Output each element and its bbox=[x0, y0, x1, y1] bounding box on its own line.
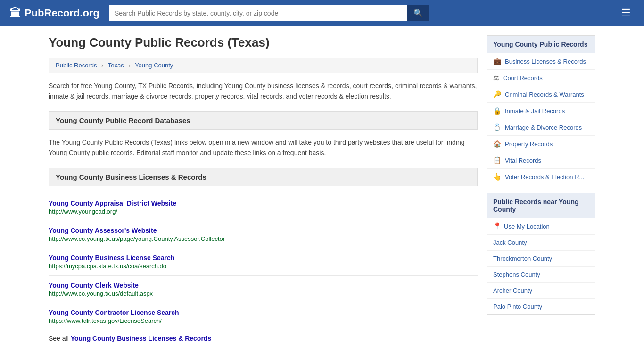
business-link-item: Young County Clerk Website http://www.co… bbox=[49, 276, 478, 303]
business-link-url: https://www.tdlr.texas.gov/LicenseSearch… bbox=[49, 317, 478, 324]
logo-icon: 🏛 bbox=[9, 7, 21, 20]
sidebar: Young County Public Records 💼Business Li… bbox=[487, 35, 595, 342]
business-link-url: http://www.co.young.tx.us/page/young.Cou… bbox=[49, 235, 478, 242]
record-type-icon: 💼 bbox=[493, 58, 501, 65]
record-type-label: Inmate & Jail Records bbox=[505, 107, 565, 115]
records-sidebar-link[interactable]: 💼Business Licenses & Records bbox=[487, 53, 595, 70]
record-type-label: Marriage & Divorce Records bbox=[505, 124, 582, 131]
nearby-county-link[interactable]: Palo Pinto County bbox=[487, 299, 595, 314]
nearby-sidebar-body: 📍Use My LocationJack CountyThrockmorton … bbox=[487, 218, 595, 314]
page-title: Young County Public Records (Texas) bbox=[49, 35, 478, 50]
nearby-county-link[interactable]: Stephens County bbox=[487, 267, 595, 283]
records-sidebar-link[interactable]: ⚖Court Records bbox=[487, 70, 595, 86]
site-logo[interactable]: 🏛 PubRecord.org bbox=[9, 7, 99, 20]
record-type-icon: 🏠 bbox=[493, 140, 501, 148]
breadcrumb-sep-1: › bbox=[101, 62, 103, 69]
records-sidebar-body: 💼Business Licenses & Records⚖Court Recor… bbox=[487, 53, 595, 185]
record-type-icon: ⚖ bbox=[493, 74, 499, 82]
business-link-item: Young County Appraisal District Website … bbox=[49, 194, 478, 221]
record-type-icon: 🔑 bbox=[493, 90, 501, 98]
record-type-label: Vital Records bbox=[505, 157, 541, 164]
record-type-icon: 🔒 bbox=[493, 107, 501, 115]
business-link-item: Young County Assessor's Website http://w… bbox=[49, 221, 478, 248]
nearby-sidebar-header: Public Records near Young County bbox=[487, 193, 595, 218]
breadcrumb-texas[interactable]: Texas bbox=[108, 62, 124, 69]
business-link-title[interactable]: Young County Business License Search bbox=[49, 254, 174, 262]
search-input[interactable] bbox=[109, 5, 407, 21]
records-sidebar-box: Young County Public Records 💼Business Li… bbox=[487, 35, 595, 185]
business-section-header: Young County Business Licenses & Records bbox=[49, 168, 478, 186]
business-links-list: Young County Appraisal District Website … bbox=[49, 194, 478, 330]
records-sidebar-link[interactable]: 👆Voter Records & Election R... bbox=[487, 169, 595, 185]
business-link-title[interactable]: Young County Contractor License Search bbox=[49, 309, 179, 316]
location-pin-icon: 📍 bbox=[493, 222, 501, 230]
record-type-label: Business Licenses & Records bbox=[505, 58, 586, 65]
records-sidebar-link[interactable]: 💍Marriage & Divorce Records bbox=[487, 119, 595, 136]
business-link-item: Young County Business License Search htt… bbox=[49, 248, 478, 276]
search-bar: 🔍 bbox=[109, 5, 429, 21]
nearby-county-link[interactable]: Jack County bbox=[487, 235, 595, 251]
use-my-location-button[interactable]: 📍Use My Location bbox=[487, 218, 595, 235]
use-my-location-label: Use My Location bbox=[504, 223, 550, 230]
hamburger-icon: ☰ bbox=[621, 7, 631, 19]
business-link-title[interactable]: Young County Clerk Website bbox=[49, 281, 139, 289]
hamburger-button[interactable]: ☰ bbox=[618, 5, 635, 21]
business-link-title[interactable]: Young County Appraisal District Website bbox=[49, 199, 176, 207]
record-type-label: Property Records bbox=[505, 140, 553, 148]
breadcrumb-public-records[interactable]: Public Records bbox=[56, 62, 97, 69]
search-icon: 🔍 bbox=[413, 9, 423, 17]
records-sidebar-link[interactable]: 🔒Inmate & Jail Records bbox=[487, 103, 595, 119]
business-link-item: Young County Contractor License Search h… bbox=[49, 303, 478, 330]
record-type-label: Voter Records & Election R... bbox=[505, 173, 584, 181]
nearby-county-link[interactable]: Throckmorton County bbox=[487, 251, 595, 267]
search-button[interactable]: 🔍 bbox=[407, 5, 429, 21]
records-sidebar-link[interactable]: 🏠Property Records bbox=[487, 136, 595, 152]
record-type-icon: 💍 bbox=[493, 123, 501, 131]
record-type-label: Court Records bbox=[503, 74, 543, 82]
business-link-url: http://www.youngcad.org/ bbox=[49, 208, 478, 215]
database-section-header: Young County Public Record Databases bbox=[49, 111, 478, 130]
business-link-url: http://www.co.young.tx.us/default.aspx bbox=[49, 290, 478, 297]
see-all-business-link[interactable]: Young County Business Licenses & Records bbox=[71, 335, 211, 342]
business-link-title[interactable]: Young County Assessor's Website bbox=[49, 227, 157, 234]
see-all-business: See all Young County Business Licenses &… bbox=[49, 335, 478, 342]
nearby-sidebar-box: Public Records near Young County 📍Use My… bbox=[487, 193, 595, 315]
page-description: Search for free Young County, TX Public … bbox=[49, 81, 478, 102]
record-type-label: Criminal Records & Warrants bbox=[505, 91, 584, 98]
site-header: 🏛 PubRecord.org 🔍 ☰ bbox=[0, 0, 644, 26]
breadcrumb-sep-2: › bbox=[128, 62, 130, 69]
record-type-icon: 📋 bbox=[493, 156, 501, 164]
database-description: The Young County Public Records (Texas) … bbox=[49, 137, 478, 158]
nearby-county-link[interactable]: Archer County bbox=[487, 283, 595, 299]
records-sidebar-link[interactable]: 📋Vital Records bbox=[487, 152, 595, 169]
breadcrumb: Public Records › Texas › Young County bbox=[49, 58, 478, 73]
breadcrumb-young-county[interactable]: Young County bbox=[135, 62, 173, 69]
content-area: Young County Public Records (Texas) Publ… bbox=[49, 35, 478, 342]
logo-text: PubRecord.org bbox=[25, 7, 99, 19]
records-sidebar-header: Young County Public Records bbox=[487, 36, 595, 53]
main-container: Young County Public Records (Texas) Publ… bbox=[39, 26, 605, 352]
record-type-icon: 👆 bbox=[493, 173, 501, 181]
records-sidebar-link[interactable]: 🔑Criminal Records & Warrants bbox=[487, 86, 595, 103]
business-link-url: https://mycpa.cpa.state.tx.us/coa/search… bbox=[49, 263, 478, 270]
